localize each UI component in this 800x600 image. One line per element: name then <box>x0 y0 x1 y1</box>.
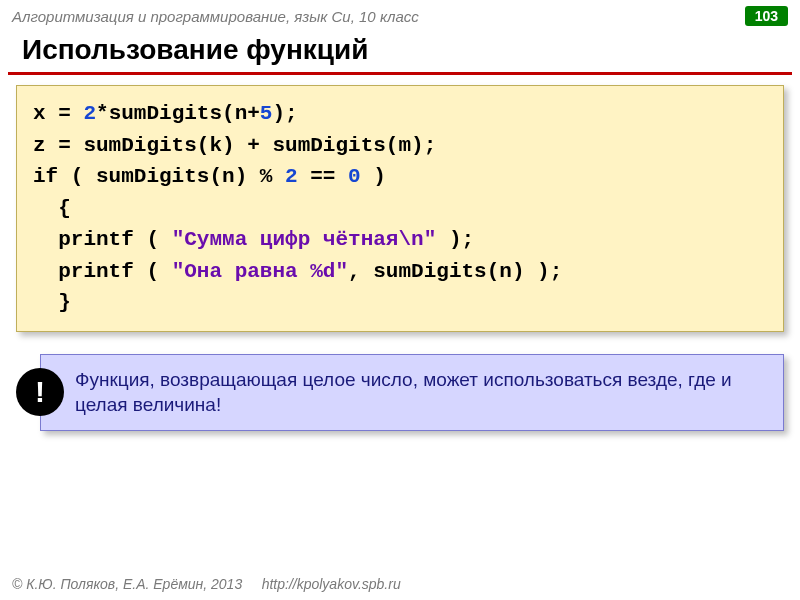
code-line-3: if ( sumDigits(n) % 2 == 0 ) <box>33 161 767 193</box>
breadcrumb: Алгоритмизация и программирование, язык … <box>12 8 419 25</box>
header-bar: Алгоритмизация и программирование, язык … <box>0 0 800 30</box>
note-box: Функция, возвращающая целое число, может… <box>40 354 784 431</box>
code-line-6: printf ( "Она равна %d", sumDigits(n) ); <box>33 256 767 288</box>
footer: © К.Ю. Поляков, Е.А. Ерёмин, 2013 http:/… <box>12 576 401 592</box>
page-number-badge: 103 <box>745 6 788 26</box>
exclamation-icon: ! <box>16 368 64 416</box>
note-row: ! Функция, возвращающая целое число, мож… <box>16 354 784 431</box>
code-line-4: { <box>33 193 767 225</box>
footer-copyright: © К.Ю. Поляков, Е.А. Ерёмин, 2013 <box>12 576 242 592</box>
code-line-5: printf ( "Сумма цифр чётная\n" ); <box>33 224 767 256</box>
code-line-1: x = 2*sumDigits(n+5); <box>33 98 767 130</box>
code-block: x = 2*sumDigits(n+5); z = sumDigits(k) +… <box>16 85 784 332</box>
page-title: Использование функций <box>8 30 792 75</box>
code-line-2: z = sumDigits(k) + sumDigits(m); <box>33 130 767 162</box>
footer-url: http://kpolyakov.spb.ru <box>262 576 401 592</box>
code-line-7: } <box>33 287 767 319</box>
